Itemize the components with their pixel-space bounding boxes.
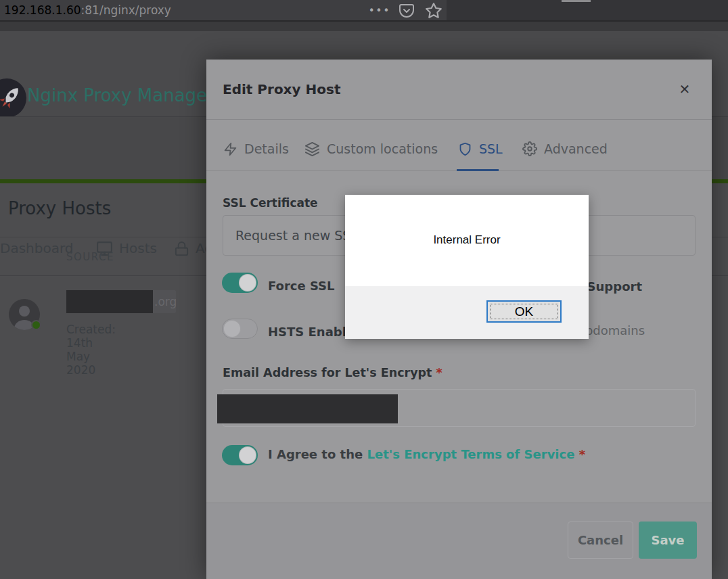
hsts-enabled-toggle[interactable] [222, 319, 258, 339]
created-date: Created: 14th May 2020 [66, 323, 116, 377]
redaction-box-email [217, 394, 398, 423]
agree-prefix: I Agree to the [268, 447, 367, 461]
source-domain-suffix: .org [154, 295, 177, 308]
nav-item-dashboard[interactable]: Dashboard [0, 239, 74, 257]
tab-details-label: Details [244, 141, 289, 156]
cancel-button[interactable]: Cancel [568, 522, 633, 559]
tab-advanced[interactable]: Advanced [522, 139, 608, 159]
ok-button[interactable]: OK [486, 300, 562, 323]
internal-error-alert-dialog: Internal Error OK [345, 195, 589, 339]
zap-icon [223, 142, 237, 156]
lock-icon [174, 241, 189, 256]
lets-encrypt-tos-link[interactable]: Let's Encrypt Terms of Service [367, 447, 574, 461]
app-logo-rocket-icon[interactable] [0, 78, 26, 118]
tab-custom-locations[interactable]: Custom locations [304, 139, 438, 159]
page-actions-icon[interactable]: ••• [367, 2, 392, 20]
tab-custom-locations-label: Custom locations [327, 141, 438, 156]
table-header-source: SOURCE [66, 251, 114, 263]
pocket-icon[interactable] [399, 3, 415, 19]
modal-footer: Cancel Save [206, 503, 712, 579]
tab-advanced-label: Advanced [544, 141, 608, 156]
force-ssl-toggle[interactable] [222, 273, 258, 293]
force-ssl-label: Force SSL [268, 279, 335, 293]
tab-ssl-label: SSL [479, 141, 503, 156]
page-title: Proxy Hosts [8, 198, 111, 218]
bookmark-star-icon[interactable] [425, 2, 442, 20]
tab-details[interactable]: Details [223, 139, 289, 159]
redaction-box-domain [66, 290, 153, 313]
modal-header: Edit Proxy Host ✕ [206, 60, 712, 120]
layers-icon [304, 141, 320, 157]
modal-title: Edit Proxy Host [223, 81, 340, 97]
status-online-dot [31, 320, 41, 330]
browser-url-bar: 192.168.1.60:81/nginx/proxy ••• [0, 0, 728, 22]
brand-title[interactable]: Nginx Proxy Manager [27, 85, 214, 106]
url-host: 192.168.1.60 [4, 3, 81, 17]
close-icon[interactable]: ✕ [675, 80, 694, 99]
email-label: Email Address for Let's Encrypt * [223, 366, 442, 379]
page-top-strip [0, 22, 728, 31]
alert-footer: OK [345, 286, 589, 339]
agree-line: I Agree to the Let's Encrypt Terms of Se… [268, 447, 585, 461]
tab-strip-remnant [562, 0, 591, 2]
nav-hosts-label: Hosts [119, 240, 157, 256]
ssl-certificate-label: SSL Certificate [223, 196, 318, 210]
agree-toggle[interactable] [222, 445, 258, 465]
url-path: :81/nginx/proxy [81, 3, 171, 17]
save-button[interactable]: Save [639, 522, 697, 559]
required-asterisk: * [579, 447, 585, 461]
shield-icon [458, 142, 472, 156]
active-tab-underline [457, 169, 499, 171]
email-label-text: Email Address for Let's Encrypt [223, 366, 432, 379]
required-asterisk: * [436, 366, 442, 379]
gear-icon [522, 141, 537, 156]
alert-message: Internal Error [345, 233, 589, 247]
tab-ssl[interactable]: SSL [458, 139, 503, 159]
nav-dashboard-label: Dashboard [0, 240, 74, 256]
